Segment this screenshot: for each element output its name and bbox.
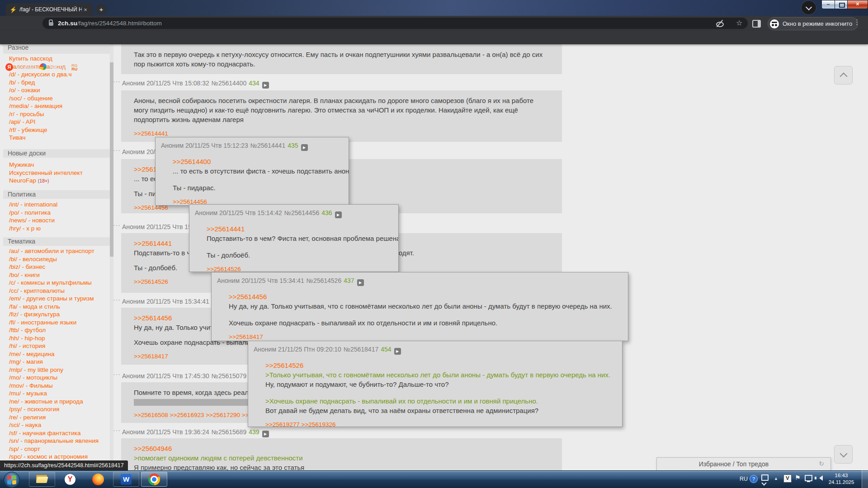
quote-link[interactable]: >>25614456 [229, 292, 623, 301]
sidebar-item[interactable]: /re/ - религия [9, 413, 99, 422]
eye-off-icon[interactable] [716, 20, 724, 27]
sidebar-item[interactable]: /c/ - комиксы и мультфильмы [9, 279, 99, 287]
bookmark-star-icon[interactable]: ☆ [736, 19, 742, 27]
sidebar-item[interactable]: /bo/ - книги [9, 271, 99, 279]
sidebar-item[interactable]: /mo/ - мотоциклы [9, 374, 99, 382]
sidebar-item[interactable]: Купить пасскод [9, 55, 72, 63]
sidebar-item[interactable]: /d/ - дискуссии о два.ч [9, 70, 72, 79]
post-index-link[interactable]: 434 [249, 80, 259, 87]
sidebar-item[interactable]: /mu/ - музыка [9, 389, 99, 398]
address-bar[interactable]: 2ch.su/fag/res/25442548.html#bottom [42, 18, 748, 29]
expand-post-button[interactable]: ▶ [357, 279, 364, 286]
scroll-to-top-button[interactable] [834, 66, 853, 84]
network-icon[interactable] [805, 475, 812, 481]
sidebar-item[interactable]: /fiz/ - физкультура [9, 310, 99, 319]
sidebar-item[interactable]: /rf/ - убежище [9, 126, 72, 134]
sidebar-item[interactable]: /fa/ - мода и стиль [9, 303, 99, 311]
refresh-icon[interactable]: ↻ [819, 460, 824, 467]
quote-link[interactable]: >>25614400 [173, 157, 343, 166]
expand-post-button[interactable]: ▶ [394, 348, 401, 355]
sidebar-item[interactable]: /au/ - автомобили и транспорт [9, 247, 99, 255]
tab-close-icon[interactable]: × [84, 6, 87, 13]
sidebar-item[interactable]: /biz/ - бизнес [9, 263, 99, 271]
sidebar-item[interactable]: /mlp/ - my little pony [9, 366, 99, 374]
side-panel-icon[interactable] [752, 20, 761, 28]
sidebar-item[interactable]: /ne/ - животные и природа [9, 398, 99, 406]
post-menu-icon[interactable]: ··· [113, 78, 121, 85]
show-hidden-icons[interactable]: ▲ [774, 476, 778, 481]
post-number-link[interactable]: №25614456 [284, 209, 319, 216]
post-index-link[interactable]: 435 [288, 142, 298, 149]
sidebar-item[interactable]: /news/ - новости [9, 216, 57, 225]
sidebar-item[interactable]: /sn/ - паранормальные явления [9, 437, 99, 445]
minimize-button[interactable]: – [821, 0, 835, 9]
post-number-link[interactable]: №25615079 [212, 372, 246, 380]
sidebar-item[interactable]: /me/ - медицина [9, 350, 99, 358]
sidebar-item[interactable]: /api/ - API [9, 118, 72, 126]
tab-search-chevron-button[interactable] [801, 0, 816, 15]
post-index-link[interactable]: 436 [321, 209, 332, 216]
post-index-link[interactable]: 454 [381, 346, 391, 353]
bookmark-rg[interactable]: RG RU [71, 64, 78, 71]
sidebar-item[interactable]: /fl/ - иностранные языки [9, 319, 99, 327]
quote-link[interactable]: >>25614526 [265, 361, 617, 370]
sidebar-item[interactable]: /po/ - политика [9, 209, 57, 217]
clock[interactable]: 16:43 24.11.2025 [826, 472, 857, 486]
expand-post-button[interactable]: ▶ [262, 431, 269, 437]
post-menu-icon[interactable]: ··· [113, 296, 121, 303]
sidebar-item[interactable]: /em/ - другие страны и туризм [9, 295, 99, 303]
sidebar-item[interactable]: /hi/ - история [9, 342, 99, 350]
post-number-link[interactable]: №25618417 [344, 346, 378, 353]
tray-window-icon[interactable] [761, 474, 769, 481]
sidebar-item[interactable]: NeuroFap (18+) [9, 177, 83, 185]
language-indicator[interactable]: RU [740, 476, 748, 482]
bookmark-maps[interactable]: Карты [40, 63, 66, 70]
maximize-button[interactable] [835, 0, 848, 9]
sidebar-item[interactable]: /psy/ - психология [9, 405, 99, 413]
close-window-button[interactable]: × [847, 0, 868, 9]
sidebar-item[interactable]: /r/ - просьбы [9, 110, 72, 118]
expand-post-button[interactable]: ▶ [301, 144, 308, 151]
sidebar-item[interactable]: /hh/ - hip-hop [9, 334, 99, 343]
new-tab-button[interactable]: + [96, 4, 107, 15]
post-index-link[interactable]: 437 [344, 277, 354, 284]
help-tray-icon[interactable]: ? [750, 475, 758, 483]
post-index-link[interactable]: 439 [249, 428, 259, 436]
sidebar-item[interactable]: /sf/ - научная фантастика [9, 429, 99, 437]
sidebar-item[interactable]: /o/ - оэкаки [9, 86, 72, 94]
sidebar-item[interactable]: /int/ - international [9, 201, 57, 209]
browser-tab[interactable]: ⚡ /fag/ - БЕСКОНЕЧНЫЙ НАБЕГ № × [6, 3, 93, 16]
post-menu-icon[interactable]: ··· [113, 371, 121, 378]
reply-links[interactable]: >>25619277 >>25619326 [265, 420, 617, 427]
sidebar-item[interactable]: Мужикач [9, 161, 83, 169]
sidebar-item[interactable]: /sp/ - спорт [9, 445, 99, 453]
start-button[interactable] [4, 472, 20, 488]
show-desktop-button[interactable] [862, 470, 868, 488]
volume-icon[interactable] [816, 475, 823, 481]
taskbar-firefox-button[interactable] [85, 472, 111, 487]
sidebar-item[interactable]: /spc/ - космос и астрономия [9, 453, 99, 461]
reply-links[interactable]: >>25618417 [229, 332, 623, 341]
bookmark-yandex[interactable]: Я Яндекс [5, 63, 35, 71]
taskbar-explorer-button[interactable] [29, 472, 55, 487]
post-number-link[interactable]: №25615689 [212, 428, 246, 436]
post-number-link[interactable]: №25614526 [307, 277, 341, 284]
sidebar-item[interactable]: /bi/ - велосипеды [9, 255, 99, 263]
taskbar-chrome-button[interactable] [141, 472, 167, 487]
sidebar-item[interactable]: /cc/ - криптовалюты [9, 287, 99, 295]
sidebar-item[interactable]: /media/ - анимация [9, 102, 72, 110]
taskbar-word-button[interactable]: W [113, 472, 139, 487]
sidebar-item[interactable]: /hry/ - х р ю [9, 225, 57, 233]
sidebar-item[interactable]: Искусственный интеллект [9, 169, 83, 177]
action-center-flag-icon[interactable]: ⚑ [795, 474, 801, 481]
sidebar-item[interactable]: /soc/ - общение [9, 94, 72, 103]
sidebar-item[interactable]: /b/ - бред [9, 79, 72, 87]
menu-kebab-icon[interactable]: ⋮ [854, 18, 860, 26]
sidebar-item[interactable]: /mg/ - магия [9, 358, 99, 366]
quote-link[interactable]: >>25604946 [134, 444, 555, 453]
sidebar-item[interactable]: /mov/ - Фильмы [9, 382, 99, 390]
taskbar-yandex-button[interactable]: Y [57, 472, 83, 487]
tray-app-icon[interactable]: V [783, 474, 792, 483]
sidebar-item[interactable]: /ftb/ - футбол [9, 326, 99, 334]
sidebar-item[interactable]: /sci/ - наука [9, 421, 99, 429]
